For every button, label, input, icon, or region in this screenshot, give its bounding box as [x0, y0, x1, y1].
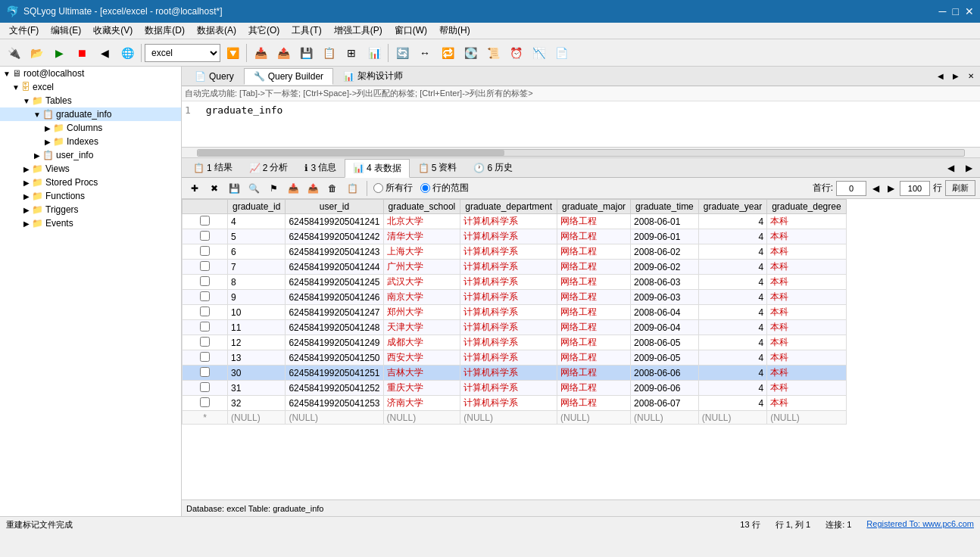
result-scroll-left[interactable]: ◀ — [942, 160, 959, 176]
col-header-school[interactable]: graduate_school — [383, 200, 460, 214]
db-select-btn[interactable]: 🔽 — [222, 42, 243, 64]
tab-scroll-left[interactable]: ◀ — [935, 70, 947, 82]
radio-range-input[interactable] — [420, 183, 430, 193]
menu-file[interactable]: 文件(F) — [3, 23, 45, 39]
sync-btn[interactable]: 🔁 — [437, 42, 458, 64]
sidebar-item-tables[interactable]: ▼ 📁 Tables — [0, 94, 181, 107]
table-row[interactable]: 11624584199205041248天津大学计算机科学系网络工程2009-0… — [183, 320, 847, 335]
sidebar-item-indexes[interactable]: ▶ 📁 Indexes — [0, 135, 181, 148]
row-checkbox[interactable] — [200, 322, 210, 331]
row-checkbox[interactable] — [200, 397, 210, 407]
table-row[interactable]: 30624584199205041251吉林大学计算机科学系网络工程2008-0… — [183, 366, 847, 381]
limit-input[interactable] — [900, 181, 930, 196]
menu-database[interactable]: 数据库(D) — [139, 23, 191, 39]
table-row[interactable]: 4624584199205041241北京大学计算机科学系网络工程2008-06… — [183, 214, 847, 229]
result-tab-5[interactable]: 📋 5 资料 — [410, 158, 466, 177]
query-editor[interactable]: 1 graduate_info — [182, 101, 980, 147]
col-header-dept[interactable]: graduate_department — [460, 200, 557, 214]
prev-page-btn[interactable]: ◀ — [869, 180, 882, 197]
radio-all-input[interactable] — [373, 183, 383, 193]
result-tab-2[interactable]: 📈 2 分析 — [241, 158, 297, 177]
monitor-btn[interactable]: 📉 — [528, 42, 549, 64]
refresh-data-btn[interactable]: 刷新 — [945, 180, 975, 196]
tab-close[interactable]: ✕ — [965, 70, 977, 82]
sidebar-item-columns[interactable]: ▶ 📁 Columns — [0, 121, 181, 135]
col-header-id[interactable]: graduate_id — [228, 200, 286, 214]
export-btn[interactable]: 📤 — [273, 42, 294, 64]
data-table-wrapper[interactable]: graduate_id user_id graduate_school grad… — [182, 199, 980, 499]
window-controls[interactable]: ─ □ ✕ — [939, 5, 974, 17]
export-btn[interactable]: 📤 — [304, 180, 321, 197]
sidebar-item-views[interactable]: ▶ 📁 Views — [0, 162, 181, 176]
menu-tools[interactable]: 工具(T) — [286, 23, 327, 39]
sidebar-item-events[interactable]: ▶ 📁 Events — [0, 216, 181, 230]
forward-btn[interactable]: 🌐 — [117, 42, 138, 64]
new-connection-btn[interactable]: 🔌 — [3, 42, 24, 64]
col-header-userid[interactable]: user_id — [286, 200, 383, 214]
table-row[interactable]: 5624584199205041242清华大学计算机科学系网络工程2009-06… — [183, 229, 847, 244]
col-header-year[interactable]: graduate_year — [698, 200, 766, 214]
menu-help[interactable]: 帮助(H) — [433, 23, 476, 39]
row-checkbox[interactable] — [200, 307, 210, 316]
row-checkbox[interactable] — [200, 261, 210, 271]
compare-btn[interactable]: ↔ — [414, 42, 435, 64]
back-btn[interactable]: ◀ — [94, 42, 115, 64]
table-row[interactable]: 32624584199205041253济南大学计算机科学系网络工程2008-0… — [183, 396, 847, 411]
tab-query[interactable]: 📄 Query — [185, 68, 244, 85]
row-checkbox[interactable] — [200, 337, 210, 347]
row-checkbox[interactable] — [200, 352, 210, 362]
menu-favorites[interactable]: 收藏夹(V) — [87, 23, 139, 39]
tab-scroll-right[interactable]: ▶ — [950, 70, 962, 82]
row-checkbox[interactable] — [200, 291, 210, 301]
table-row[interactable]: 8624584199205041245武汉大学计算机科学系网络工程2008-06… — [183, 275, 847, 290]
menu-enhanced[interactable]: 增强工具(P) — [328, 23, 389, 39]
import-btn[interactable]: 📥 — [285, 180, 301, 197]
col-header-degree[interactable]: graduate_degree — [767, 200, 846, 214]
open-btn[interactable]: 📂 — [26, 42, 47, 64]
menu-other[interactable]: 其它(O) — [242, 23, 286, 39]
mark-btn[interactable]: ⚑ — [265, 180, 282, 197]
database-selector[interactable]: excel — [145, 44, 220, 62]
result-tab-1[interactable]: 📋 1 结果 — [185, 158, 241, 177]
tab-schema-designer[interactable]: 📊 架构设计师 — [333, 67, 413, 86]
menu-window[interactable]: 窗口(W) — [389, 23, 433, 39]
table-row[interactable]: 6624584199205041243上海大学计算机科学系网络工程2008-06… — [183, 244, 847, 260]
sidebar-item-database[interactable]: ▼ 🗄 excel — [0, 80, 181, 94]
clear-btn[interactable]: 🗑 — [324, 180, 341, 197]
sidebar-item-triggers[interactable]: ▶ 📁 Triggers — [0, 203, 181, 216]
result-tab-6[interactable]: 🕐 6 历史 — [465, 158, 521, 177]
stop-btn[interactable]: ⏹ — [71, 42, 92, 64]
delete-row-btn[interactable]: ✖ — [206, 180, 223, 197]
sidebar-item-user-info[interactable]: ▶ 📋 user_info — [0, 148, 181, 162]
next-page-btn[interactable]: ▶ — [885, 180, 897, 197]
menu-edit[interactable]: 编辑(E) — [45, 23, 87, 39]
col-header-major[interactable]: graduate_major — [557, 200, 631, 214]
table-row[interactable]: 9624584199205041246南京大学计算机科学系网络工程2009-06… — [183, 290, 847, 305]
table-row[interactable]: 7624584199205041244广州大学计算机科学系网络工程2009-06… — [183, 260, 847, 275]
minimize-button[interactable]: ─ — [939, 5, 947, 17]
row-checkbox[interactable] — [200, 246, 210, 256]
result-scroll-right[interactable]: ▶ — [960, 160, 977, 176]
row-checkbox[interactable] — [200, 276, 210, 286]
refresh2-btn[interactable]: 🔄 — [392, 42, 413, 64]
table-row[interactable]: 12624584199205041249成都大学计算机科学系网络工程2008-0… — [183, 335, 847, 350]
col-header-time[interactable]: graduate_time — [631, 200, 699, 214]
table-row[interactable]: 31624584199205041252重庆大学计算机科学系网络工程2009-0… — [183, 381, 847, 396]
save-btn[interactable]: 💾 — [226, 180, 242, 197]
filter-btn[interactable]: 🔍 — [245, 180, 262, 197]
table-row[interactable]: 13624584199205041250西安大学计算机科学系网络工程2009-0… — [183, 350, 847, 366]
menu-table[interactable]: 数据表(A) — [191, 23, 242, 39]
grid-btn[interactable]: ⊞ — [341, 42, 362, 64]
query-hscroll[interactable] — [182, 148, 980, 158]
copy-btn[interactable]: 📋 — [344, 180, 360, 197]
sidebar-item-graduate-info[interactable]: ▼ 📋 graduate_info — [0, 107, 181, 121]
status-link[interactable]: Registered To: www.pc6.com — [866, 519, 974, 531]
tab-query-builder[interactable]: 🔧 Query Builder — [244, 68, 333, 85]
result-tab-3[interactable]: ℹ 3 信息 — [296, 158, 345, 177]
radio-all-rows[interactable]: 所有行 — [373, 182, 413, 194]
row-checkbox[interactable] — [200, 231, 210, 241]
sidebar-item-functions[interactable]: ▶ 📁 Functions — [0, 189, 181, 203]
backup-btn[interactable]: 💽 — [460, 42, 481, 64]
sidebar-item-storedprocs[interactable]: ▶ 📁 Stored Procs — [0, 176, 181, 189]
export2-btn[interactable]: 💾 — [295, 42, 317, 64]
